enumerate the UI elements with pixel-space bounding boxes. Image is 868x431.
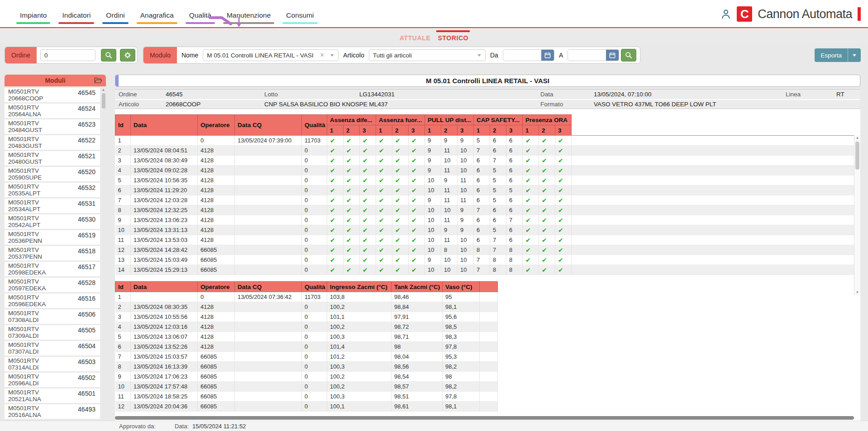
sidebar-scrollbar[interactable]: ▲ <box>101 88 106 417</box>
module-list-item[interactable]: M0501RTV20480GUST46521 <box>5 151 100 166</box>
cell: ✔ <box>327 156 343 166</box>
cell: 66085 <box>198 372 235 382</box>
table-row[interactable]: 1313/05/2024 15:03:49660850✔✔✔✔✔✔9101078… <box>115 255 854 265</box>
tab-storico[interactable]: STORICO <box>438 28 468 43</box>
chevron-down-icon[interactable] <box>477 54 481 57</box>
cell-filler <box>572 245 854 255</box>
module-list-item[interactable]: M0501RTV20564ALNA46524 <box>5 104 100 118</box>
table-row[interactable]: 213/05/2024 08:04:5141280✔✔✔✔✔✔91110766✔… <box>115 146 854 156</box>
table-row[interactable]: 1013/05/2024 07:36:4211703103,898,4695 <box>115 292 498 302</box>
table-row[interactable]: 1013/05/2024 07:39:0011703✔✔✔✔✔✔999566✔✔… <box>115 136 854 146</box>
module-list-item[interactable]: M0501RTV20535ALPT46532 <box>5 183 100 197</box>
check-icon: ✔ <box>362 266 368 274</box>
table-row[interactable]: 813/05/2024 16:13:39660850100,398,5698,2 <box>115 362 498 372</box>
chevron-down-icon[interactable] <box>330 54 334 57</box>
horizontal-scrollbar[interactable] <box>115 416 854 420</box>
module-list-item[interactable]: M0501RTV20483GUST46522 <box>5 135 100 150</box>
module-list-item[interactable]: M0501RTV20596EDEKA46516 <box>5 294 100 308</box>
table-row[interactable]: 813/05/2024 12:32:2541280✔✔✔✔✔✔10109766✔… <box>115 205 854 215</box>
cell: ✔ <box>392 195 409 205</box>
table-row[interactable]: 1213/05/2024 20:04:36660850100,198,6198,… <box>115 402 498 412</box>
table-row[interactable]: 413/05/2024 09:02:2841280✔✔✔✔✔✔91110656✔… <box>115 166 854 175</box>
user-icon[interactable] <box>720 9 731 19</box>
module-list-item[interactable]: M0501RTV20590SUPE46520 <box>5 167 100 181</box>
nav-item-impianto[interactable]: Impianto <box>19 11 48 24</box>
nav-item-indicatori[interactable]: Indicatori <box>61 11 91 24</box>
articolo-combobox[interactable]: Tutti gli articoli <box>369 49 486 61</box>
table-row[interactable]: 913/05/2024 13:06:2341280✔✔✔✔✔✔10119667✔… <box>115 215 854 225</box>
scroll-down-icon[interactable]: ▼ <box>854 290 860 295</box>
module-list-item[interactable]: M0501RTV07307ALDI46504 <box>5 341 100 355</box>
scroll-up-icon[interactable]: ▲ <box>101 88 106 92</box>
sub-column-header: 2 <box>539 125 555 136</box>
table-scroll-thumb[interactable] <box>855 142 859 170</box>
nav-item-consumi[interactable]: Consumi <box>285 11 315 24</box>
da-calendar-button[interactable] <box>541 50 554 61</box>
a-date-input[interactable] <box>568 50 606 61</box>
module-list-item[interactable]: M0501RTV20542ALPT46530 <box>5 214 100 229</box>
check-icon: ✔ <box>346 246 352 254</box>
nav-item-anagrafica[interactable]: Anagrafica <box>139 11 175 24</box>
module-list-item[interactable]: M0501RTV07309ALDI46505 <box>5 325 100 340</box>
table-row[interactable]: 613/05/2024 13:52:2641280101,49897,8 <box>115 342 498 352</box>
table-row[interactable]: 1113/05/2024 13:53:0341280✔✔✔✔✔✔10111067… <box>115 235 854 245</box>
nav-item-ordini[interactable]: Ordini <box>105 11 125 24</box>
module-list-item[interactable]: M0501RTV20536PENN46519 <box>5 230 100 245</box>
modules-header: Moduli <box>5 75 106 86</box>
module-list-item[interactable]: M0501RTV07314ALDI46503 <box>5 357 100 371</box>
table-vertical-scrollbar[interactable]: ▲ ▼ <box>854 135 860 295</box>
nome-combobox[interactable]: M 05.01 Controlli LINEA RETAIL - VASI × <box>203 49 339 61</box>
module-list-item[interactable]: M0501RTV20668COOP46545 <box>5 88 100 102</box>
date-search-button[interactable] <box>621 49 636 62</box>
table-row[interactable]: 1113/05/2024 18:58:25660850100,398,5197,… <box>115 392 498 402</box>
module-list-item[interactable]: M0501RTV20534ALPT46531 <box>5 199 100 213</box>
table-row[interactable]: 313/05/2024 08:30:4941280✔✔✔✔✔✔91010676✔… <box>115 156 854 166</box>
cell: 10 <box>441 265 458 275</box>
table-row[interactable]: 513/05/2024 13:06:0741280100,398,7198,3 <box>115 332 498 342</box>
module-list-item[interactable]: M0501RTV20597EDEKA46528 <box>5 278 100 292</box>
cell: ✔ <box>343 225 360 235</box>
module-list-item[interactable]: M0501RTV07308ALDI46506 <box>5 309 100 324</box>
check-icon: ✔ <box>558 137 563 144</box>
cell: ✔ <box>343 195 360 205</box>
table-row[interactable]: 513/05/2024 10:56:3541280✔✔✔✔✔✔10911656✔… <box>115 175 854 185</box>
table-row[interactable]: 1413/05/2024 15:29:13660850✔✔✔✔✔✔1010107… <box>115 265 854 275</box>
table-row[interactable]: 913/05/2024 17:06:23660850100,298,5498 <box>115 372 498 382</box>
module-list-item[interactable]: M0501RTV20596ALDI46502 <box>5 373 100 387</box>
module-list-item[interactable]: M0501RTV20521ALNA46501 <box>5 388 100 403</box>
articolo-value: Tutti gli articoli <box>373 52 473 59</box>
table-row[interactable]: 713/05/2024 15:03:57660850101,298,0495,3 <box>115 352 498 362</box>
tab-attuale[interactable]: ATTUALE <box>400 28 431 43</box>
table-row[interactable]: 1013/05/2024 17:57:48660850100,298,5798,… <box>115 382 498 392</box>
module-list-item[interactable]: M0501RTV20598EDEKA46517 <box>5 262 100 276</box>
cell: ✔ <box>327 215 343 225</box>
export-button[interactable]: Esporta <box>815 48 861 62</box>
da-date-input[interactable] <box>503 50 541 61</box>
check-icon: ✔ <box>558 167 563 174</box>
table-row[interactable]: 213/05/2024 08:30:3541280100,298,8498,1 <box>115 302 498 312</box>
clear-icon[interactable]: × <box>318 51 326 59</box>
chevron-down-icon[interactable] <box>848 54 861 57</box>
cell <box>235 225 302 235</box>
table-row[interactable]: 1213/05/2024 14:28:42660850✔✔✔✔✔✔1081087… <box>115 245 854 255</box>
ordine-settings-button[interactable] <box>120 49 135 62</box>
module-list-item[interactable]: M0501RTV20484GUST46523 <box>5 119 100 134</box>
folder-icon[interactable] <box>94 77 102 84</box>
module-list-item[interactable]: M0501RTV20537PENN46518 <box>5 246 100 260</box>
nome-value: M 05.01 Controlli LINEA RETAIL - VASI <box>207 52 318 59</box>
table-row[interactable]: 1013/05/2024 13:31:1341280✔✔✔✔✔✔1099656✔… <box>115 225 854 235</box>
scroll-up-icon[interactable]: ▲ <box>854 135 860 141</box>
nav-item-manutenzione[interactable]: Manutenzione <box>226 11 272 24</box>
a-calendar-button[interactable] <box>606 50 619 61</box>
nav-item-qualità[interactable]: Qualità <box>188 11 212 24</box>
sidebar-scroll-thumb[interactable] <box>102 93 105 109</box>
table-row[interactable]: 413/05/2024 12:03:1641280100,298,7298,5 <box>115 322 498 332</box>
ordine-input[interactable] <box>40 49 95 61</box>
cell <box>480 302 498 312</box>
table-row[interactable]: 313/05/2024 10:55:5641280101,197,9195,6 <box>115 312 498 322</box>
ordine-search-button[interactable] <box>101 49 116 62</box>
table-row[interactable]: 713/05/2024 12:03:2841280✔✔✔✔✔✔91111656✔… <box>115 195 854 205</box>
cell: 6 <box>506 146 523 156</box>
module-list-item[interactable]: M0501RTV20516ALNA46493 <box>5 404 100 419</box>
table-row[interactable]: 613/05/2024 11:29:2041280✔✔✔✔✔✔101110655… <box>115 185 854 195</box>
